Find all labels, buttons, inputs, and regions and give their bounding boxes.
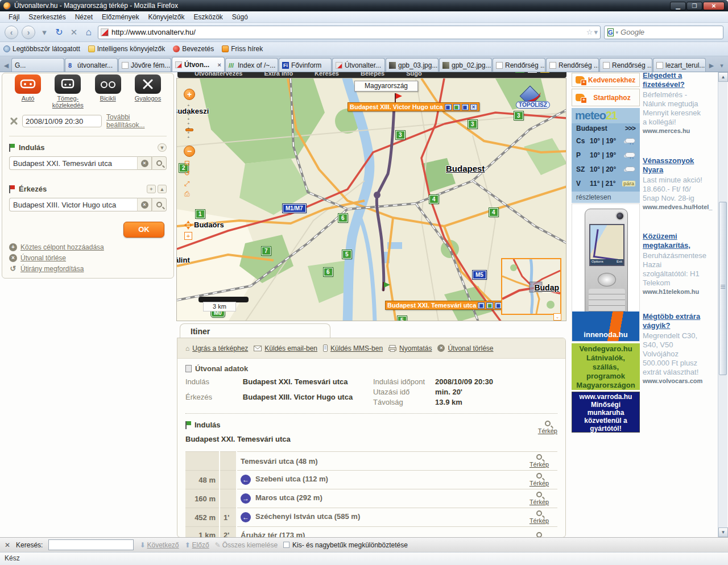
reload-icon[interactable]: ↻ bbox=[53, 27, 65, 38]
zoom-slider-handle[interactable] bbox=[185, 128, 193, 131]
scrollbar-thumb[interactable] bbox=[719, 202, 727, 375]
text-ad[interactable]: Mégtöbb extrára vágyik? Megrendelt C30, … bbox=[643, 312, 706, 384]
menu-edit[interactable]: Szerkesztés bbox=[24, 12, 69, 22]
clear-arrival-button[interactable]: × bbox=[137, 198, 152, 211]
step-map-link[interactable]: Térkép bbox=[521, 489, 557, 508]
stop-icon[interactable]: ✕ bbox=[68, 27, 80, 38]
ad-url[interactable]: www.merces.hu bbox=[643, 127, 706, 134]
destination-map-label[interactable]: Budapest XIII. Victor Hugo utca ▦ ▦ ▦ ✕ bbox=[348, 102, 479, 111]
add-waypoint-icon[interactable]: + bbox=[147, 185, 156, 193]
menu-file[interactable]: Fájl bbox=[5, 12, 23, 22]
back-button[interactable]: ‹ bbox=[5, 26, 18, 39]
mode-walk[interactable]: Gyalogos bbox=[130, 74, 166, 109]
clear-route-link[interactable]: × Útvonal törlése bbox=[9, 254, 167, 262]
ok-button[interactable]: OK bbox=[123, 222, 164, 238]
tab-5[interactable]: /// Index of /~... bbox=[225, 58, 278, 72]
sitenav-item[interactable]: Útvonaltervezés bbox=[195, 72, 242, 77]
search-departure-button[interactable] bbox=[152, 156, 167, 170]
text-ad[interactable]: Vénasszonyok Nyara Last minute akció! 18… bbox=[643, 156, 706, 210]
flag-english-icon[interactable] bbox=[528, 72, 537, 73]
varroda-advert[interactable]: www.varroda.hu Minőségi munkaruha közvet… bbox=[572, 392, 640, 433]
highlight-all-button[interactable]: ✎ Összes kiemelése bbox=[215, 541, 278, 549]
ad-title[interactable]: Közüzemi megtakarítás, bbox=[643, 232, 706, 250]
history-dropdown-icon[interactable]: ▾ bbox=[39, 27, 50, 38]
search-box[interactable]: G ▾ bbox=[604, 26, 723, 39]
google-engine-icon[interactable]: G bbox=[607, 28, 614, 36]
sitenav-item[interactable]: Keresés bbox=[315, 72, 339, 77]
match-case-checkbox[interactable] bbox=[283, 542, 289, 548]
minimap-collapse-icon[interactable]: ⌄ bbox=[553, 313, 561, 321]
send-mms-link[interactable]: Küldés MMS-ben bbox=[323, 344, 383, 352]
search-arrival-button[interactable] bbox=[152, 198, 167, 211]
set-startpage-button[interactable]: Startlaphoz bbox=[572, 89, 640, 106]
text-ad[interactable]: Elégedett a fizetésével? Bérfelmérés - N… bbox=[643, 72, 706, 134]
departure-datetime-input[interactable] bbox=[22, 115, 102, 127]
itiner-tab[interactable]: Itiner bbox=[180, 323, 330, 338]
topolisz-logo[interactable]: TOPOLISZ bbox=[516, 88, 556, 110]
start-map-label[interactable]: Budapest XXI. Temesvári utca ▦ ▦ ▦ bbox=[385, 301, 504, 310]
weather-widget[interactable]: meteo21 Budapest >>> Cs 10° | 19° P 10° … bbox=[572, 108, 640, 202]
bookmark-latest-headlines[interactable]: Friss hírek bbox=[222, 45, 263, 53]
find-next-button[interactable]: ⬇ Következő bbox=[139, 541, 179, 549]
print-map-icon[interactable]: ⎙ bbox=[184, 190, 190, 198]
move-up-icon[interactable]: ▲ bbox=[158, 185, 167, 193]
label-close-icon[interactable]: ✕ bbox=[470, 104, 477, 110]
scroll-up-icon[interactable]: ▲ bbox=[718, 72, 728, 82]
tab-9[interactable]: gpb_02.jpg... bbox=[439, 58, 492, 72]
arrival-input[interactable] bbox=[9, 198, 137, 211]
tab-10[interactable]: Rendőrség ... bbox=[493, 58, 545, 72]
step-map-link[interactable]: Térkép bbox=[521, 508, 557, 527]
bookmark-getting-started[interactable]: Bevezetés bbox=[173, 45, 214, 53]
ad-url[interactable]: www.volvocars.com bbox=[643, 377, 706, 384]
ad-url[interactable]: www.medves.hu/Hotel_ bbox=[643, 203, 706, 210]
zoom-in-icon[interactable]: + bbox=[184, 89, 195, 100]
add-waypoint-link[interactable]: + Köztes célpont hozzáadása bbox=[9, 243, 167, 251]
step-map-link[interactable]: Térkép bbox=[521, 471, 557, 489]
bookmark-most-visited[interactable]: Legtöbbször látogatott bbox=[3, 45, 80, 53]
step-map-link[interactable]: Térkép bbox=[521, 452, 557, 471]
collapse-icon[interactable]: ▼ bbox=[158, 143, 167, 152]
label-map-icon[interactable]: ▦ bbox=[445, 104, 452, 110]
tab-scroll-right-icon[interactable]: ▶ bbox=[706, 59, 717, 72]
sitenav-item[interactable]: Súgó bbox=[406, 72, 422, 77]
more-settings-link[interactable]: További beállítások... bbox=[106, 113, 167, 129]
vertical-scrollbar[interactable]: ▲ ▼ bbox=[718, 72, 727, 537]
departure-input[interactable] bbox=[9, 156, 137, 170]
forward-button[interactable]: › bbox=[22, 26, 35, 39]
ad-title[interactable]: Mégtöbb extrára vágyik? bbox=[643, 312, 706, 330]
vendegvaro-advert[interactable]: Vendegvaro.hu Látnivalók, szállás, progr… bbox=[572, 343, 640, 390]
ad-title[interactable]: Vénasszonyok Nyara bbox=[643, 156, 706, 175]
findbar-close-icon[interactable]: ✕ bbox=[5, 541, 10, 549]
find-input[interactable] bbox=[48, 539, 134, 550]
menu-help[interactable]: Súgó bbox=[228, 12, 252, 22]
mode-transit[interactable]: Tömeg- közlekedés bbox=[50, 74, 85, 109]
label-zoom-icon[interactable]: ▦ bbox=[486, 302, 493, 309]
restore-button[interactable]: ❐ bbox=[686, 2, 702, 10]
bookmark-smart-bookmarks[interactable]: Intelligens könyvjelzők bbox=[88, 45, 165, 53]
home-icon[interactable]: ⌂ bbox=[83, 27, 94, 38]
text-ad[interactable]: Közüzemi megtakarítás, Beruházásmentese … bbox=[643, 232, 706, 295]
tab-scroll-left-icon[interactable]: ◀ bbox=[1, 59, 11, 72]
print-link[interactable]: Nyomtatás bbox=[388, 344, 432, 352]
engine-dropdown-icon[interactable]: ▾ bbox=[616, 30, 619, 35]
mode-car[interactable]: Autó bbox=[10, 74, 46, 109]
tab-8[interactable]: gpb_03.jpg... bbox=[386, 58, 439, 72]
menu-bookmarks[interactable]: Könyvjelzők bbox=[144, 12, 188, 22]
label-route-icon[interactable]: ▦ bbox=[462, 104, 469, 110]
flag-hungarian-icon[interactable] bbox=[515, 72, 524, 73]
delete-route-link[interactable]: × Útvonal törlése bbox=[437, 344, 493, 352]
sitenav-item[interactable]: Belépés bbox=[361, 72, 384, 77]
weather-details-link[interactable]: részletesen bbox=[572, 192, 640, 203]
search-input[interactable] bbox=[621, 28, 722, 36]
menu-view[interactable]: Nézet bbox=[71, 12, 97, 22]
map-link[interactable]: Térkép bbox=[538, 421, 557, 434]
flag-german-icon[interactable] bbox=[540, 72, 549, 73]
scroll-down-icon[interactable]: ▼ bbox=[718, 527, 728, 537]
zoom-slider[interactable]: ++++++++ bbox=[187, 103, 190, 140]
jump-to-map-link[interactable]: ⌂ Ugrás a térképhez bbox=[185, 344, 248, 352]
tab-1[interactable]: G... bbox=[11, 58, 64, 72]
send-email-link[interactable]: Küldés email-ben bbox=[254, 344, 317, 352]
close-button[interactable]: ✕ bbox=[703, 2, 725, 10]
tab-13[interactable]: lezart_terul... bbox=[653, 58, 706, 72]
weather-more-arrow[interactable]: >>> bbox=[625, 124, 635, 132]
